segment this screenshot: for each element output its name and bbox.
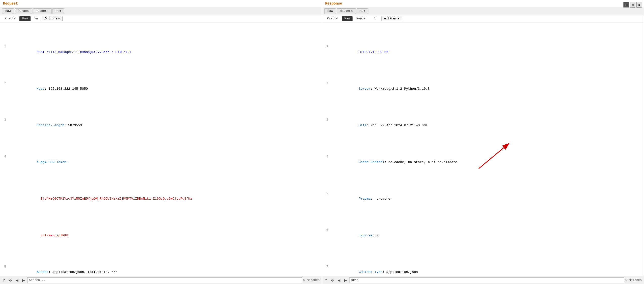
response-actions-btn[interactable]: Actions ▼: [381, 16, 402, 21]
line-3: 3 Content-Length: 5879553: [0, 118, 322, 133]
response-tab-hex[interactable]: Hex: [357, 8, 369, 14]
line-4b: ohIRNerpipIRK8: [0, 228, 322, 243]
response-search-area: ? ⚙ ◀ ▶ 0 matches: [322, 276, 644, 284]
request-subtab-newline[interactable]: \n: [32, 16, 41, 21]
response-panel-title: Response: [322, 0, 644, 7]
line-5: 5 Accept: application/json, text/plain, …: [0, 265, 322, 276]
resp-line-7: 7 Content-Type: application/json: [322, 265, 644, 276]
request-search-input[interactable]: [27, 277, 302, 283]
window-controls: ◫ ▤ ▣: [623, 2, 642, 8]
request-panel: Request Raw Params Headers Hex Pretty Ra…: [0, 0, 322, 284]
request-subtab-pretty[interactable]: Pretty: [2, 16, 18, 21]
request-tab-bar: Raw Params Headers Hex: [0, 7, 322, 15]
request-help-btn[interactable]: ?: [1, 277, 7, 283]
request-bottom-bar: ? ⚙ ◀ ▶ 0 matches: [0, 276, 322, 284]
request-content: 1 POST /file_manager/filemanager/7736662…: [0, 22, 322, 276]
response-actions-label: Actions: [384, 17, 397, 20]
response-actions-chevron: ▼: [398, 17, 399, 20]
response-subtab-render[interactable]: Render: [354, 16, 370, 21]
request-subtab-raw[interactable]: Raw: [19, 16, 31, 21]
resp-line-6: 6 Expires: 0: [322, 228, 644, 243]
request-matches-label: 0 matches: [303, 278, 321, 282]
response-subtab-newline[interactable]: \n: [371, 16, 380, 21]
request-search-area: ? ⚙ ◀ ▶ 0 matches: [0, 276, 322, 284]
resp-line-4: 4 Cache-Control: no-cache, no-store, mus…: [322, 154, 644, 170]
line-4a: IjU4MzQ0OTM2Yzc3YzM5ZmE5YjgOMjRhODVlNzkz…: [0, 191, 322, 207]
request-tab-params[interactable]: Params: [15, 8, 32, 14]
response-tab-bar: Raw Headers Hex: [322, 7, 644, 15]
split-vertical-icon[interactable]: ▤: [630, 2, 635, 8]
response-help-btn[interactable]: ?: [323, 277, 329, 283]
response-title-text: Response: [325, 2, 342, 6]
response-settings-btn[interactable]: ⚙: [330, 277, 335, 283]
maximize-icon[interactable]: ▣: [636, 2, 642, 8]
response-panel: Response Raw Headers Hex Pretty Raw Rend…: [322, 0, 644, 284]
request-tab-raw[interactable]: Raw: [2, 8, 14, 14]
resp-line-1: 1 HTTP/1.1 200 OK: [322, 44, 644, 60]
request-panel-title: Request: [0, 0, 322, 7]
request-actions-label: Actions: [44, 17, 57, 20]
request-sub-toolbar: Pretty Raw \n Actions ▼: [0, 15, 322, 22]
response-bottom-bar: ? ⚙ ◀ ▶ 0 matches: [322, 276, 644, 284]
response-sub-toolbar: Pretty Raw Render \n Actions ▼: [322, 15, 644, 22]
request-tab-hex[interactable]: Hex: [52, 8, 64, 14]
response-search-input[interactable]: [350, 277, 625, 283]
response-content: 1 HTTP/1.1 200 OK 2 Server: Werkzeug/2.1…: [322, 22, 644, 276]
response-tab-headers[interactable]: Headers: [337, 8, 356, 14]
request-title-text: Request: [3, 2, 18, 6]
response-forward-btn[interactable]: ▶: [343, 277, 348, 283]
request-forward-btn[interactable]: ▶: [21, 277, 26, 283]
response-matches-label: 0 matches: [625, 278, 643, 282]
resp-line-3: 3 Date: Mon, 29 Apr 2024 07:21:40 GMT: [322, 118, 644, 133]
split-horizontal-icon[interactable]: ◫: [623, 2, 629, 8]
request-back-btn[interactable]: ◀: [14, 277, 20, 283]
line-4: 4 X-pgA-CSRFToken:: [0, 154, 322, 170]
request-tab-headers[interactable]: Headers: [33, 8, 52, 14]
request-code-block: 1 POST /file_manager/filemanager/7736662…: [0, 22, 322, 276]
request-actions-chevron: ▼: [58, 17, 60, 20]
resp-line-2: 2 Server: Werkzeug/2.1.2 Python/3.10.8: [322, 81, 644, 97]
response-tab-raw[interactable]: Raw: [324, 8, 336, 14]
line-1: 1 POST /file_manager/filemanager/7736662…: [0, 44, 322, 60]
response-code-block: 1 HTTP/1.1 200 OK 2 Server: Werkzeug/2.1…: [322, 22, 644, 276]
line-2: 2 Host: 192.168.222.145:5050: [0, 81, 322, 97]
response-back-btn[interactable]: ◀: [336, 277, 342, 283]
request-actions-btn[interactable]: Actions ▼: [42, 16, 62, 21]
response-subtab-pretty[interactable]: Pretty: [324, 16, 341, 21]
resp-line-5: 5 Pragma: no-cache: [322, 191, 644, 207]
request-settings-btn[interactable]: ⚙: [8, 277, 13, 283]
response-subtab-raw[interactable]: Raw: [342, 16, 353, 21]
